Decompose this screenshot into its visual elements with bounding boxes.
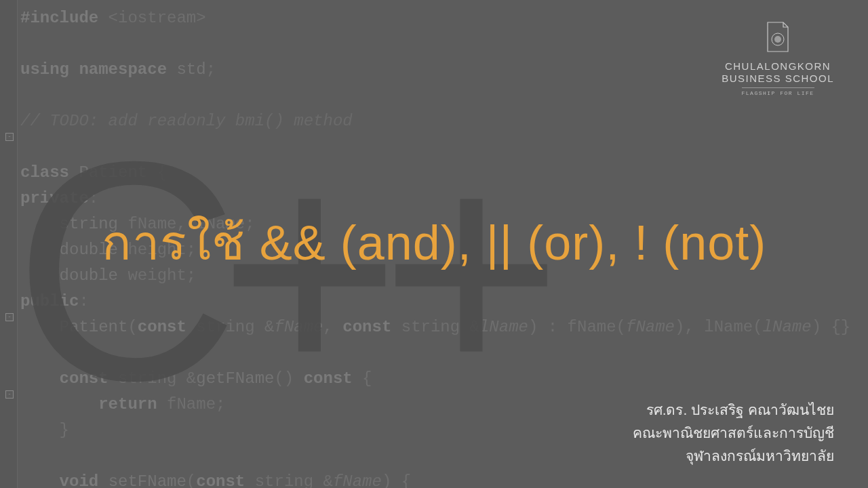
university-name: จุฬาลงกรณ์มหาวิทยาลัย (633, 445, 834, 468)
svg-point-1 (774, 36, 781, 43)
logo-line1: CHULALONGKORN (722, 60, 834, 73)
author-name: รศ.ดร. ประเสริฐ คณาวัฒนไชย (633, 399, 834, 422)
school-logo: CHULALONGKORN BUSINESS SCHOOL FLAGSHIP F… (722, 19, 834, 98)
logo-tagline: FLAGSHIP FOR LIFE (742, 87, 814, 96)
logo-icon (764, 19, 791, 56)
faculty-name: คณะพาณิชยศาสตร์และการบัญชี (633, 422, 834, 445)
credits-block: รศ.ดร. ประเสริฐ คณาวัฒนไชย คณะพาณิชยศาสต… (633, 399, 834, 468)
slide-title: การใช้ && (and), || (or), ! (not) (0, 203, 868, 281)
logo-line2: BUSINESS SCHOOL (722, 73, 834, 85)
